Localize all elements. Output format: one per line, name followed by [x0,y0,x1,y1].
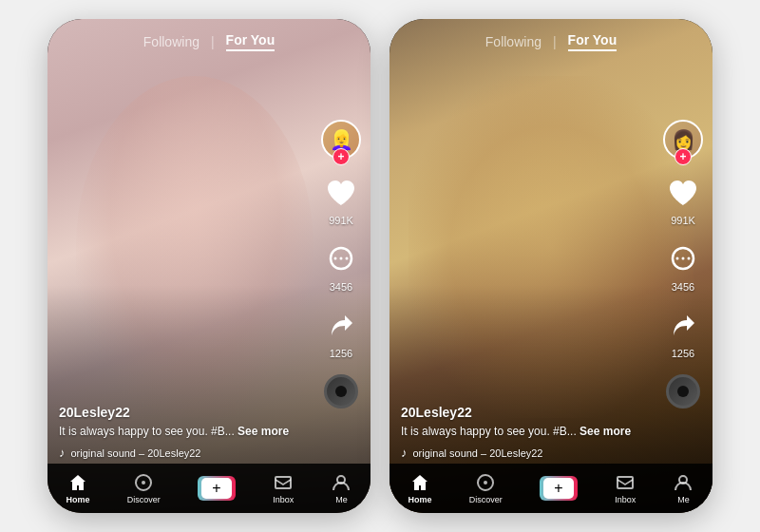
nav-following-1[interactable]: Following [143,34,200,49]
nav-for-you-1[interactable]: For You [226,32,276,51]
create-button-2[interactable]: + [540,476,578,501]
nav-following-2[interactable]: Following [485,34,542,49]
plus-icon-1: + [201,478,232,499]
right-actions-1: 👱‍♀️ + 991K 3456 [321,120,361,408]
svg-point-13 [484,481,487,484]
video-info-1: 20Lesley22 It is always happy to see you… [59,405,314,460]
inbox-label-2: Inbox [615,495,636,504]
bottom-navigation-1: Home Discover + Inbox [48,464,370,513]
nav-divider-2: | [553,34,557,49]
creator-avatar-2[interactable]: 👩 + [663,120,703,160]
heart-icon-1 [322,175,360,213]
svg-rect-14 [618,477,633,488]
share-button-1[interactable]: 1256 [322,308,360,359]
like-button-2[interactable]: 991K [664,175,702,226]
sound-info-2[interactable]: ♪ original sound – 20Lesley22 [401,446,656,460]
nav-divider-1: | [211,34,215,49]
share-count-2: 1256 [672,348,694,359]
share-icon-1 [322,308,360,346]
inbox-icon-2 [615,472,636,493]
svg-point-11 [688,257,691,260]
bottom-navigation-2: Home Discover + Inbox [390,464,712,513]
nav-me-1[interactable]: Me [331,472,352,504]
home-icon-1 [67,472,88,493]
home-label-2: Home [408,495,432,504]
create-button-1[interactable]: + [198,476,236,501]
svg-point-2 [340,257,343,260]
top-navigation-1: Following | For You [48,19,370,51]
desc-text-1: It is always happy to see you. #B... [59,425,235,438]
nav-inbox-2[interactable]: Inbox [615,472,636,504]
svg-point-9 [676,257,679,260]
me-label-2: Me [677,495,690,504]
music-disc-1 [324,374,358,408]
music-disc-inner-1 [335,386,347,397]
comment-count-2: 3456 [672,281,694,293]
like-count-2: 991K [671,215,695,226]
nav-discover-1[interactable]: Discover [127,472,161,504]
music-note-icon-2: ♪ [401,446,408,460]
plus-icon-2: + [543,478,574,499]
me-icon-2 [673,472,694,493]
nav-home-2[interactable]: Home [408,472,432,504]
like-button-1[interactable]: 991K [322,175,360,226]
nav-discover-2[interactable]: Discover [469,472,503,504]
username-2[interactable]: 20Lesley22 [401,405,656,420]
comment-button-1[interactable]: 3456 [322,241,360,293]
share-count-1: 1256 [330,348,352,359]
share-icon-2 [664,308,702,346]
comment-icon-1 [322,241,360,279]
phone-2: Following | For You 👩 + 991K [390,19,712,513]
follow-plus-1[interactable]: + [332,148,350,165]
nav-home-1[interactable]: Home [66,472,90,504]
inbox-icon-1 [273,472,294,493]
svg-rect-6 [276,477,291,488]
heart-icon-2 [664,175,702,213]
sound-text-1: original sound – 20Lesley22 [71,447,201,459]
share-button-2[interactable]: 1256 [664,308,702,359]
description-2: It is always happy to see you. #B... See… [401,424,656,440]
svg-point-1 [334,257,337,260]
inbox-label-1: Inbox [273,495,294,504]
desc-text-2: It is always happy to see you. #B... [401,425,577,438]
home-label-1: Home [66,495,90,504]
comment-button-2[interactable]: 3456 [664,241,702,293]
comment-count-1: 3456 [330,281,352,293]
nav-inbox-1[interactable]: Inbox [273,472,294,504]
phone-1: Following | For You 👱‍♀️ + 991K [48,19,370,513]
nav-for-you-2[interactable]: For You [568,32,618,51]
video-info-2: 20Lesley22 It is always happy to see you… [401,405,656,460]
follow-plus-2[interactable]: + [674,148,692,165]
svg-point-5 [142,481,145,484]
music-disc-2 [666,374,700,408]
music-disc-inner-2 [677,386,689,397]
username-1[interactable]: 20Lesley22 [59,405,314,420]
description-1: It is always happy to see you. #B... See… [59,424,314,440]
top-navigation-2: Following | For You [390,19,712,51]
discover-icon-1 [133,472,154,493]
me-icon-1 [331,472,352,493]
see-more-2[interactable]: See more [580,425,631,438]
like-count-1: 991K [329,215,353,226]
discover-label-1: Discover [127,495,161,504]
right-actions-2: 👩 + 991K 3456 [663,120,703,408]
music-note-icon-1: ♪ [59,446,66,460]
home-icon-2 [409,472,430,493]
sound-text-2: original sound – 20Lesley22 [413,447,543,459]
me-label-1: Me [335,495,348,504]
discover-icon-2 [475,472,496,493]
svg-point-10 [682,257,685,260]
sound-info-1[interactable]: ♪ original sound – 20Lesley22 [59,446,314,460]
discover-label-2: Discover [469,495,503,504]
nav-me-2[interactable]: Me [673,472,694,504]
see-more-1[interactable]: See more [238,425,289,438]
comment-icon-2 [664,241,702,279]
creator-avatar-1[interactable]: 👱‍♀️ + [321,120,361,160]
svg-point-3 [346,257,349,260]
